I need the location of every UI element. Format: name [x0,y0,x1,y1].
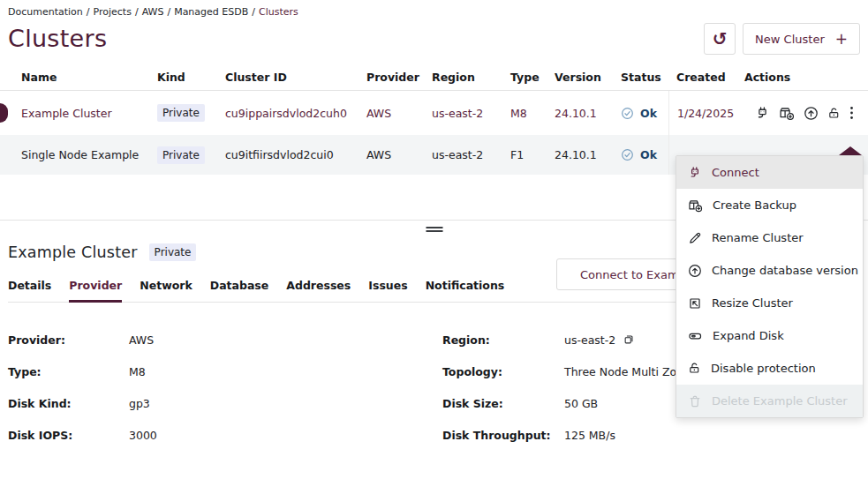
menu-item-connect[interactable]: Connect [676,156,863,189]
field-provider: Provider: AWS [8,324,442,356]
menu-item-expand-disk[interactable]: Expand Disk [676,319,863,352]
breadcrumb-item-clusters: Clusters [259,6,298,18]
status-text: Ok [640,107,657,120]
cell-name: Single Node Example [21,148,157,161]
column-header-region: Region [432,71,510,84]
cell-status: Ok [621,148,668,161]
tab-addresses[interactable]: Addresses [286,279,351,302]
field-value: us-east-2 [564,333,615,347]
field-value: 125 MB/s [564,429,615,442]
field-value: 50 GB [564,397,598,410]
field-value: Three Node Multi Zo [564,365,676,378]
menu-item-label: Resize Cluster [712,296,793,310]
field-label: Disk Size: [442,397,564,410]
cell-kind: Private [157,146,225,164]
cell-name: Example Cluster [21,107,157,120]
backup-icon [779,106,795,121]
tab-notifications[interactable]: Notifications [426,279,505,302]
menu-item-resize-cluster[interactable]: Resize Cluster [676,287,863,319]
page-header: Clusters ↺ New Cluster + [0,18,868,56]
page-title: Clusters [8,22,107,56]
status-text: Ok [640,148,657,161]
menu-item-label: Disable protection [711,362,816,375]
trash-icon [688,394,702,408]
cell-region: us-east-2 [432,107,510,120]
field-label: Type: [8,365,129,378]
plug-icon [688,166,702,180]
private-badge: Private [149,243,197,261]
create-backup-action-button[interactable] [779,106,795,121]
column-header-version: Version [555,71,621,84]
copy-icon [623,333,635,346]
plug-icon [755,106,770,121]
refresh-icon: ↺ [713,30,728,48]
breadcrumb-item-projects[interactable]: Projects [94,6,132,18]
header-actions: ↺ New Cluster + [704,23,860,55]
tab-provider[interactable]: Provider [69,279,122,302]
cell-region: us-east-2 [432,148,510,161]
menu-item-label: Delete Example Cluster [712,394,848,408]
unlock-icon [827,107,841,120]
refresh-button[interactable]: ↺ [704,23,736,55]
field-disk-iops: Disk IOPS: 3000 [8,419,442,451]
column-header-status: Status [621,71,668,84]
cell-status: Ok [621,107,668,120]
tab-issues[interactable]: Issues [368,279,407,302]
cell-version: 24.10.1 [555,107,621,120]
drag-handle-icon[interactable] [426,227,442,232]
breadcrumb-separator: / [167,6,170,18]
tab-network[interactable]: Network [140,279,192,302]
unlock-icon [688,362,701,375]
menu-item-rename-cluster[interactable]: Rename Cluster [676,221,863,254]
field-label: Topology: [442,365,564,378]
tab-database[interactable]: Database [210,279,269,302]
field-label: Disk IOPS: [8,429,129,442]
field-label: Disk Throughput: [442,429,564,442]
field-label: Provider: [8,333,129,347]
protection-action-button[interactable] [827,107,841,120]
cell-kind: Private [157,104,225,122]
arrow-up-circle-icon [688,264,702,278]
backup-icon [688,198,703,213]
plus-icon: + [835,32,848,47]
menu-item-disable-protection[interactable]: Disable protection [676,352,863,385]
column-header-provider: Provider [366,71,432,84]
menu-item-label: Connect [712,166,759,179]
breadcrumb: Documentation/Projects/AWS/Managed ESDB/… [0,0,868,18]
field-label: Disk Kind: [8,397,129,410]
menu-item-create-backup[interactable]: Create Backup [676,189,863,221]
column-header-type: Type [510,71,555,84]
menu-item-label: Rename Cluster [712,231,804,244]
clusters-page: Documentation/Projects/AWS/Managed ESDB/… [0,0,868,479]
field-value: gp3 [129,397,150,410]
connect-action-button[interactable] [755,106,770,121]
change-version-action-button[interactable] [804,106,819,121]
breadcrumb-item-managed-esdb[interactable]: Managed ESDB [174,6,248,18]
cell-cluster-id: cu9ippairsdvlod2cuh0 [225,107,366,120]
field-disk-kind: Disk Kind: gp3 [8,387,442,419]
cluster-actions-menu: Connect Create Backup Rename Cluster Cha… [676,155,864,418]
menu-item-label: Create Backup [713,198,796,212]
breadcrumb-separator: / [135,6,139,18]
new-cluster-button[interactable]: New Cluster + [743,23,860,55]
row-kebab-menu-button[interactable] [849,106,854,120]
field-label: Region: [442,333,564,347]
pencil-icon [688,231,702,245]
column-header-name: Name [21,71,157,84]
detail-cluster-title: Example Cluster [8,243,138,261]
breadcrumb-item-documentation[interactable]: Documentation [8,6,83,18]
cell-created: 1/24/2025 [668,91,744,135]
copy-region-button[interactable] [623,333,635,346]
table-row-example-cluster[interactable]: Example Cluster Private cu9ippairsdvlod2… [0,91,868,135]
column-header-created: Created [668,64,744,90]
field-disk-throughput: Disk Throughput: 125 MB/s [442,419,860,451]
breadcrumb-item-aws[interactable]: AWS [142,6,164,18]
cell-version: 24.10.1 [555,148,621,161]
cell-cluster-id: cu9itfiirsdvlod2cui0 [225,148,366,161]
private-badge: Private [157,146,205,164]
column-header-cluster-id: Cluster ID [225,71,366,84]
cell-type: M8 [510,107,555,120]
column-header-actions: Actions [744,71,868,84]
tab-details[interactable]: Details [8,279,51,302]
menu-item-change-database-version[interactable]: Change database version [676,254,863,287]
